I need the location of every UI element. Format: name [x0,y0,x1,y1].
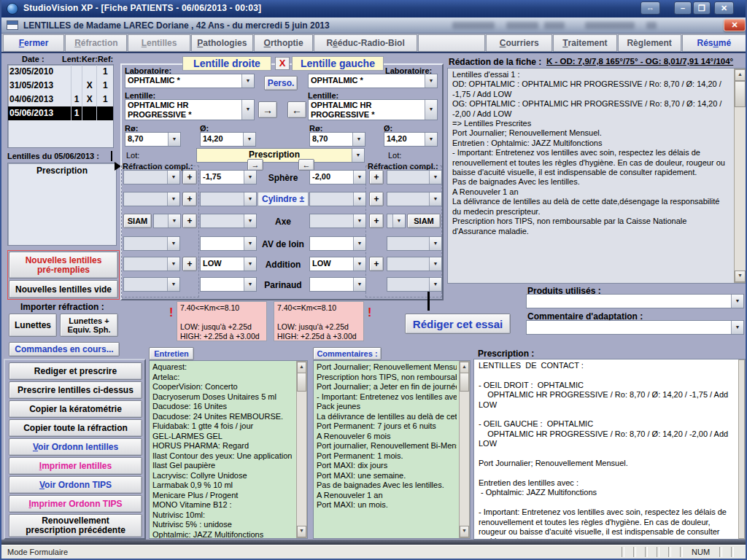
refr-compl-combo[interactable] [387,257,442,271]
list-item[interactable]: Dacudose: 16 Unites [152,402,294,412]
siam-button-od[interactable]: SIAM [123,214,152,228]
list-item[interactable]: Prescription hors TIPS, non remboursable… [317,373,457,383]
nouvelles-lentilles-pre-remplies-button[interactable]: Nouvelles lentilles pré-remplies [9,252,118,279]
av-loin-combo-od[interactable] [200,236,257,251]
copy-left-to-right-button[interactable]: ← [287,101,306,118]
tab-lentilles[interactable]: Lentilles [128,34,190,52]
sphere-combo-od[interactable]: -1,75 [200,170,257,184]
plus-button[interactable]: + [369,257,384,271]
tab-reeduc-radio-biol[interactable]: Rééduc-Radio-Biol [314,34,417,52]
axe-combo-og[interactable] [309,214,366,228]
list-item[interactable]: A Renouveler 1 an [317,491,457,501]
plus-button[interactable]: + [182,170,197,184]
copy-refraction-right-button[interactable]: → [247,159,263,171]
tab-reglement[interactable]: Règlement [618,34,681,52]
plus-button[interactable]: + [182,214,197,228]
scroll-down-icon[interactable] [460,526,469,537]
list-item[interactable]: Pack jeunes [317,402,457,412]
prescription-type-combo[interactable]: Prescription [196,148,365,163]
table-row[interactable]: 04/06/20131X1 [8,93,113,106]
list-item[interactable]: Aquarest: [152,362,294,373]
list-item[interactable]: Port Permanent: 7 jours et 6 nuits [317,421,457,432]
scroll-up-icon[interactable] [297,362,306,373]
scroll-down-icon[interactable] [735,271,746,282]
close-button[interactable]: ✕ [714,1,734,15]
refr-compl-combo[interactable] [123,170,180,184]
ro-combo-og[interactable]: 8,70 [309,132,365,147]
list-item[interactable]: Dacryoserum Doses Unitaires 5 ml [152,392,294,402]
laboratoire-combo-od[interactable]: OPHTALMIC * [125,74,255,88]
copy-refraction-left-button[interactable]: ← [298,159,314,171]
voir-ordonn-lentilles-button[interactable]: Voir Ordonn lentilles [9,438,142,456]
commentaires-tab[interactable]: Commentaires : [313,347,382,360]
diam-combo-od[interactable]: 14,20 [200,132,256,147]
addition-combo-od[interactable]: LOW [200,257,257,271]
redaction-scrollbar[interactable] [734,69,746,283]
table-row[interactable]: 31/05/2013X1 [8,79,113,93]
copy-right-to-left-button[interactable]: → [258,101,277,118]
refr-compl-combo[interactable] [387,236,442,251]
list-item[interactable]: Port Permanent: 1 mois. [317,451,457,462]
plus-button[interactable]: + [369,192,384,206]
refr-compl-combo[interactable] [123,277,180,292]
commentaire-adaptation-combo[interactable] [526,320,744,335]
refr-compl-combo[interactable] [123,192,180,206]
list-item[interactable]: - Important: Entretenez vos lentilles av… [317,392,457,402]
cylindre-combo-od[interactable] [200,192,257,206]
scroll-up-icon[interactable] [735,69,746,81]
parinaud-combo-od[interactable] [200,277,257,292]
scroll-thumb[interactable] [297,373,306,392]
cylindre-label[interactable]: Cylindre ± [258,192,309,206]
plus-button[interactable]: + [182,257,197,271]
list-item[interactable]: MONO Vitamine B12 : [152,500,294,510]
refr-compl-combo[interactable] [387,214,406,228]
scroll-up-icon[interactable] [460,362,469,373]
imprimer-lentilles-button[interactable]: Imprimer lentilles [9,457,142,475]
produits-utilises-combo[interactable] [526,294,744,308]
list-item[interactable]: Menicare Plus / Progent [152,491,294,501]
laboratoire-combo-og[interactable]: OPHTALMIC * [308,74,438,88]
rediger-cet-essai-button[interactable]: Rédiger cet essai [405,314,511,334]
tab-traitement[interactable]: Traitement [553,34,616,52]
plus-button[interactable]: + [182,192,197,206]
lentille-combo-og[interactable]: OPHTALMIC HR PROGRESSIVE * [308,99,438,120]
list-item[interactable]: Ophtalmic: JAZZ Multifonctions [152,530,294,540]
list-item[interactable]: Nutrivisc 5% : unidose [152,520,294,530]
plus-button[interactable]: + [369,170,384,184]
rediger-et-prescrire-button[interactable]: Rediger et prescrire [9,362,142,380]
list-item[interactable]: Port MAXI: une semaine. [317,471,457,481]
list-item[interactable]: Port Journalier; a Jeter en fin de journ… [317,382,457,392]
siam-button-og[interactable]: SIAM [407,214,441,228]
list-item[interactable]: A Renouveler 6 mois [317,432,457,442]
prescription-textarea[interactable]: LENTILLES DE CONTACT : - OEIL DROIT : OP… [473,359,746,540]
scroll-down-icon[interactable] [297,526,306,537]
tab-orthoptie[interactable]: Orthoptie [254,34,313,52]
prescrire-lentilles-button[interactable]: Prescrire lentilles ci-dessus [9,381,142,399]
tab-resume[interactable]: Résumé [682,34,746,52]
diam-combo-og[interactable]: 14,20 [384,132,438,147]
list-item[interactable]: GEL-LARMES GEL [152,432,294,442]
list-item[interactable]: Prescription [8,163,116,176]
list-item[interactable]: CooperVision: Concerto [152,382,294,392]
maximize-button[interactable]: ❐ [693,1,711,15]
parinaud-combo-og[interactable] [309,277,366,292]
refr-compl-combo[interactable] [387,170,442,184]
addition-combo-og[interactable]: LOW [309,257,366,271]
copier-refraction-button[interactable]: Copier toute la réfraction [9,419,142,437]
plus-button[interactable]: + [369,214,384,228]
tab-pathologies[interactable]: Pathologies [191,34,253,52]
list-item[interactable]: Ilast Contour des yeux: Une application … [152,451,294,462]
list-item[interactable]: Port MAXI: dix jours [317,461,457,471]
fiche-close-button[interactable]: ✕ [724,19,746,31]
nouvelles-lentilles-vide-button[interactable]: Nouvelles lentilles vide [9,280,118,298]
copier-keratometrie-button[interactable]: Copier la kératométrie [9,400,142,418]
redaction-textarea[interactable]: Lentilles d'essai 1 : OD: OPHTALMIC : OP… [447,68,747,284]
refr-compl-combo[interactable] [153,214,181,228]
entretien-scrollbar[interactable] [296,361,307,538]
list-item[interactable]: La délivrance de lentilles au delà de ce… [317,412,457,422]
tab-fermer[interactable]: Fermer [3,34,64,52]
tab-refraction[interactable]: Réfraction [65,34,127,52]
refr-compl-combo[interactable] [123,257,180,271]
list-item[interactable]: Port journalier, Renouvellement Bi-Mensu… [317,441,457,451]
list-item[interactable]: Port MAXI: un mois. [317,500,457,510]
